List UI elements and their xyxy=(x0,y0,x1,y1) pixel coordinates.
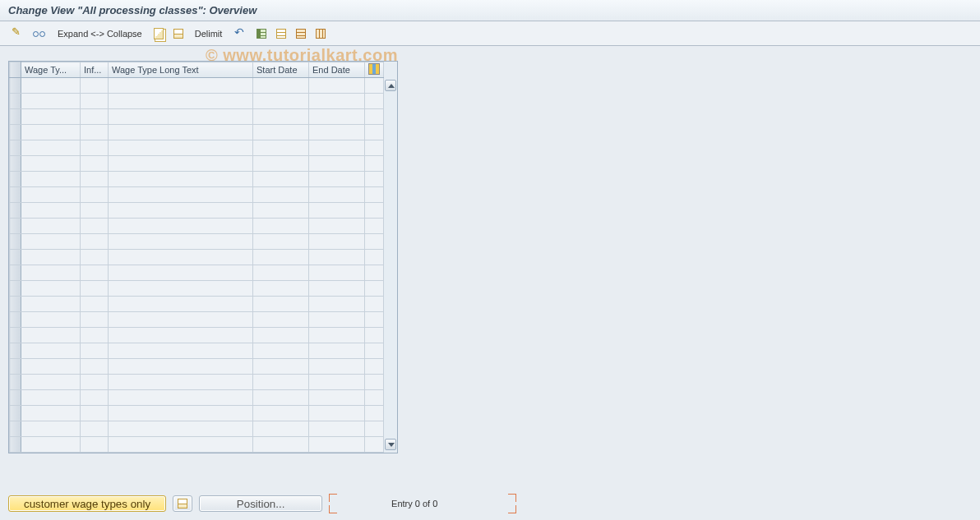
cell[interactable] xyxy=(365,156,384,172)
row-selector[interactable] xyxy=(10,297,21,312)
col-infotype[interactable]: Inf... xyxy=(81,62,109,78)
cell[interactable] xyxy=(309,375,365,390)
cell[interactable] xyxy=(253,219,309,234)
col-wage-type-long-text[interactable]: Wage Type Long Text xyxy=(109,62,253,78)
cell[interactable] xyxy=(253,156,309,172)
scroll-down-button[interactable] xyxy=(385,439,396,450)
cell[interactable] xyxy=(21,125,81,140)
cell[interactable] xyxy=(109,437,253,453)
cell[interactable] xyxy=(309,390,365,406)
cell[interactable] xyxy=(309,94,365,109)
cell[interactable] xyxy=(21,172,81,187)
cell[interactable] xyxy=(365,172,384,187)
cell[interactable] xyxy=(109,375,253,390)
row-selector[interactable] xyxy=(10,140,21,156)
cell[interactable] xyxy=(253,265,309,281)
cell[interactable] xyxy=(253,406,309,421)
cell[interactable] xyxy=(81,94,109,109)
cell[interactable] xyxy=(365,328,384,343)
vscroll-track[interactable] xyxy=(384,78,397,94)
cell[interactable] xyxy=(21,359,81,375)
row-selector[interactable] xyxy=(10,281,21,297)
cell[interactable] xyxy=(365,375,384,390)
cell[interactable] xyxy=(109,265,253,281)
cell[interactable] xyxy=(21,78,81,94)
cell[interactable] xyxy=(309,437,365,453)
cell[interactable] xyxy=(109,172,253,187)
cell[interactable] xyxy=(309,265,365,281)
cell[interactable] xyxy=(21,343,81,359)
cell[interactable] xyxy=(253,281,309,297)
wage-type-table[interactable]: Wage Ty... Inf... Wage Type Long Text St… xyxy=(9,62,397,453)
row-selector[interactable] xyxy=(10,343,21,359)
table-row[interactable] xyxy=(10,203,397,219)
cell[interactable] xyxy=(81,250,109,265)
cell[interactable] xyxy=(309,406,365,421)
cell[interactable] xyxy=(109,359,253,375)
vscroll-track[interactable] xyxy=(384,437,397,453)
cell[interactable] xyxy=(309,250,365,265)
cell[interactable] xyxy=(309,203,365,219)
table-row[interactable] xyxy=(10,343,397,359)
cell[interactable] xyxy=(309,219,365,234)
row-selector[interactable] xyxy=(10,421,21,437)
cell[interactable] xyxy=(109,234,253,250)
cell[interactable] xyxy=(81,219,109,234)
cell[interactable] xyxy=(365,265,384,281)
cell[interactable] xyxy=(81,140,109,156)
cell[interactable] xyxy=(109,94,253,109)
cell[interactable] xyxy=(309,281,365,297)
cell[interactable] xyxy=(253,78,309,94)
cell[interactable] xyxy=(309,125,365,140)
cell[interactable] xyxy=(253,250,309,265)
cell[interactable] xyxy=(309,156,365,172)
row-selector[interactable] xyxy=(10,187,21,203)
cell[interactable] xyxy=(81,203,109,219)
cell[interactable] xyxy=(365,359,384,375)
cell[interactable] xyxy=(81,265,109,281)
cell[interactable] xyxy=(109,328,253,343)
cell[interactable] xyxy=(21,406,81,421)
select-all-button[interactable] xyxy=(170,25,187,42)
cell[interactable] xyxy=(109,406,253,421)
cell[interactable] xyxy=(21,265,81,281)
cell[interactable] xyxy=(109,219,253,234)
table-row[interactable] xyxy=(10,406,397,421)
table-row[interactable] xyxy=(10,109,397,125)
cell[interactable] xyxy=(309,78,365,94)
table-row[interactable] xyxy=(10,156,397,172)
undo-button[interactable] xyxy=(230,25,250,42)
row-selector[interactable] xyxy=(10,375,21,390)
cell[interactable] xyxy=(109,343,253,359)
cell[interactable] xyxy=(21,328,81,343)
vscroll-track[interactable] xyxy=(384,94,397,109)
cell[interactable] xyxy=(109,203,253,219)
cell[interactable] xyxy=(309,187,365,203)
cell[interactable] xyxy=(365,250,384,265)
cell[interactable] xyxy=(109,390,253,406)
cell[interactable] xyxy=(253,312,309,328)
cell[interactable] xyxy=(309,421,365,437)
col-end-date[interactable]: End Date xyxy=(309,62,365,78)
cell[interactable] xyxy=(253,94,309,109)
expand-collapse-button[interactable]: Expand <-> Collapse xyxy=(53,29,147,39)
table-row[interactable] xyxy=(10,219,397,234)
cell[interactable] xyxy=(109,109,253,125)
cell[interactable] xyxy=(81,78,109,94)
table-row[interactable] xyxy=(10,328,397,343)
cell[interactable] xyxy=(81,328,109,343)
cell[interactable] xyxy=(309,140,365,156)
cell[interactable] xyxy=(109,140,253,156)
cell[interactable] xyxy=(365,343,384,359)
cell[interactable] xyxy=(81,390,109,406)
cell[interactable] xyxy=(81,125,109,140)
cell[interactable] xyxy=(309,359,365,375)
cell[interactable] xyxy=(81,312,109,328)
cell[interactable] xyxy=(21,421,81,437)
row-selector[interactable] xyxy=(10,109,21,125)
cell[interactable] xyxy=(109,156,253,172)
cell[interactable] xyxy=(21,297,81,312)
row-selector[interactable] xyxy=(10,219,21,234)
cell[interactable] xyxy=(21,250,81,265)
cell[interactable] xyxy=(253,234,309,250)
